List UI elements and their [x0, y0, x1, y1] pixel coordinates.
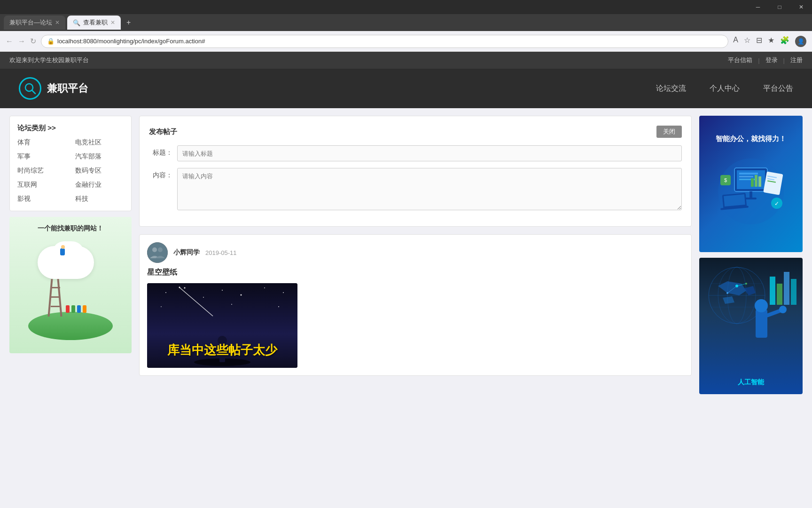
nav-announcements[interactable]: 平台公告	[763, 84, 793, 94]
post-image: 库当中这些帖子太少	[147, 283, 297, 368]
tab-forum-close[interactable]: ✕	[55, 19, 60, 26]
left-sidebar: 论坛类别 >> 体育 电竞社区 军事 汽车部落 时尚综艺 数码专区 互联网 金融…	[9, 116, 132, 394]
svg-point-8	[203, 297, 204, 298]
svg-rect-28	[755, 175, 757, 187]
lock-icon: 🔒	[47, 38, 55, 45]
category-digital[interactable]: 数码专区	[75, 167, 124, 175]
tab-jobs[interactable]: 🔍 查看兼职 ✕	[67, 16, 121, 30]
svg-text:$: $	[724, 177, 727, 183]
bookmark-icon[interactable]: ☆	[744, 36, 750, 47]
category-esports[interactable]: 电竞社区	[75, 138, 124, 147]
top-notification-bar: 欢迎来到大学生校园兼职平台 平台信箱 | 登录 | 注册	[0, 52, 812, 69]
logo-text: 兼职平台	[47, 81, 88, 95]
svg-point-4	[158, 247, 163, 252]
browser-frame: ─ □ ✕ 兼职平台—论坛 ✕ 🔍 查看兼职 ✕ + ← → ↻ 🔒 local…	[0, 0, 812, 52]
main-nav: 论坛交流 个人中心 平台公告	[656, 84, 793, 94]
svg-point-60	[755, 299, 768, 312]
category-sports[interactable]: 体育	[17, 138, 66, 147]
post-date: 2019-05-11	[205, 249, 237, 256]
mailbox-link[interactable]: 平台信箱	[728, 56, 752, 64]
svg-point-3	[152, 247, 157, 252]
category-grid: 体育 电竞社区 军事 汽车部落 时尚综艺 数码专区 互联网 金融行业 影视 科技	[17, 138, 124, 203]
svg-rect-24	[739, 173, 758, 175]
post-image-bg: 库当中这些帖子太少	[147, 283, 297, 368]
main-content: 发布帖子 关闭 标题： 内容：	[139, 116, 692, 394]
content-label: 内容：	[149, 168, 172, 180]
nav-profile[interactable]: 个人中心	[710, 84, 740, 94]
svg-rect-59	[756, 310, 767, 338]
category-internet[interactable]: 互联网	[17, 181, 66, 189]
post-form-title: 发布帖子	[149, 127, 177, 136]
category-film[interactable]: 影视	[17, 195, 66, 203]
title-label: 标题：	[149, 145, 172, 157]
svg-point-7	[184, 287, 186, 289]
category-cars[interactable]: 汽车部落	[75, 152, 124, 161]
svg-rect-50	[770, 277, 775, 305]
profile-icon[interactable]: 👤	[795, 36, 806, 47]
nav-forward-icon[interactable]: →	[18, 37, 25, 46]
address-bar[interactable]: 🔒 localhost:8080/moonlighting/pc/index/g…	[41, 35, 728, 48]
category-tech[interactable]: 科技	[75, 195, 124, 203]
extensions-icon[interactable]: 🧩	[780, 36, 789, 47]
nav-back-icon[interactable]: ←	[6, 37, 13, 46]
post-form-header: 发布帖子 关闭	[149, 126, 682, 138]
svg-rect-31	[745, 198, 757, 199]
category-fashion[interactable]: 时尚综艺	[17, 167, 66, 175]
category-panel: 论坛类别 >> 体育 电竞社区 军事 汽车部落 时尚综艺 数码专区 互联网 金融…	[9, 116, 132, 211]
svg-point-9	[222, 290, 223, 291]
svg-rect-25	[739, 176, 753, 177]
post-author: 小辉同学	[173, 248, 200, 257]
minimize-button[interactable]: ─	[747, 0, 769, 14]
sidebar-ad-title: 一个能找兼职的网站！	[38, 224, 103, 233]
svg-point-13	[161, 306, 162, 307]
divider2: |	[783, 57, 785, 64]
close-button[interactable]: ✕	[790, 0, 812, 14]
ad-ai: 人工智能	[699, 258, 803, 394]
split-view-icon[interactable]: ⊟	[756, 36, 762, 47]
browser-toolbar: A ☆ ⊟ ★ 🧩 👤	[733, 36, 806, 47]
category-finance[interactable]: 金融行业	[75, 181, 124, 189]
login-link[interactable]: 登录	[765, 56, 778, 64]
tab-jobs-label: 查看兼职	[83, 18, 108, 27]
logo-area: 兼职平台	[19, 77, 88, 100]
content-row: 内容：	[149, 168, 682, 210]
post-form: 发布帖子 关闭 标题： 内容：	[139, 116, 692, 227]
top-bar-right: 平台信箱 | 登录 | 注册	[728, 56, 803, 64]
tab-jobs-close[interactable]: ✕	[110, 19, 115, 26]
category-title: 论坛类别 >>	[17, 124, 124, 133]
register-link[interactable]: 注册	[790, 56, 803, 64]
svg-rect-29	[758, 176, 761, 187]
restore-button[interactable]: □	[769, 0, 790, 14]
nav-forum[interactable]: 论坛交流	[656, 84, 686, 94]
ad2-text: 人工智能	[738, 378, 764, 387]
favorites-icon[interactable]: ★	[768, 36, 774, 47]
title-input[interactable]	[177, 145, 682, 161]
close-form-button[interactable]: 关闭	[656, 126, 682, 138]
post-overlay-text: 库当中这些帖子太少	[147, 342, 297, 358]
tab-forum[interactable]: 兼职平台—论坛 ✕	[4, 16, 65, 30]
address-text: localhost:8080/moonlighting/pc/index/goF…	[57, 38, 205, 45]
tab-forum-label: 兼职平台—论坛	[9, 18, 52, 27]
category-military[interactable]: 军事	[17, 152, 66, 161]
svg-rect-52	[784, 272, 789, 305]
svg-point-15	[278, 306, 279, 307]
svg-point-11	[264, 287, 265, 288]
font-icon[interactable]: A	[733, 36, 738, 47]
svg-line-17	[179, 287, 180, 288]
svg-rect-51	[777, 284, 782, 305]
svg-rect-53	[791, 279, 796, 305]
nav-refresh-icon[interactable]: ↻	[30, 37, 36, 46]
header: 兼职平台 论坛交流 个人中心 平台公告	[0, 69, 812, 108]
logo-icon	[19, 77, 41, 100]
content-textarea[interactable]	[177, 168, 682, 210]
address-bar-row: ← → ↻ 🔒 localhost:8080/moonlighting/pc/i…	[0, 31, 812, 52]
right-sidebar: 智能办公，就找得力！	[699, 116, 803, 394]
svg-point-12	[283, 292, 284, 293]
divider: |	[758, 57, 759, 64]
svg-line-1	[32, 90, 35, 94]
new-tab-button[interactable]: +	[123, 18, 134, 27]
title-row: 标题：	[149, 145, 682, 161]
tab-bar: 兼职平台—论坛 ✕ 🔍 查看兼职 ✕ +	[0, 14, 812, 31]
post-title: 星空壁纸	[147, 268, 684, 278]
ad-smart-office: 智能办公，就找得力！	[699, 116, 803, 252]
